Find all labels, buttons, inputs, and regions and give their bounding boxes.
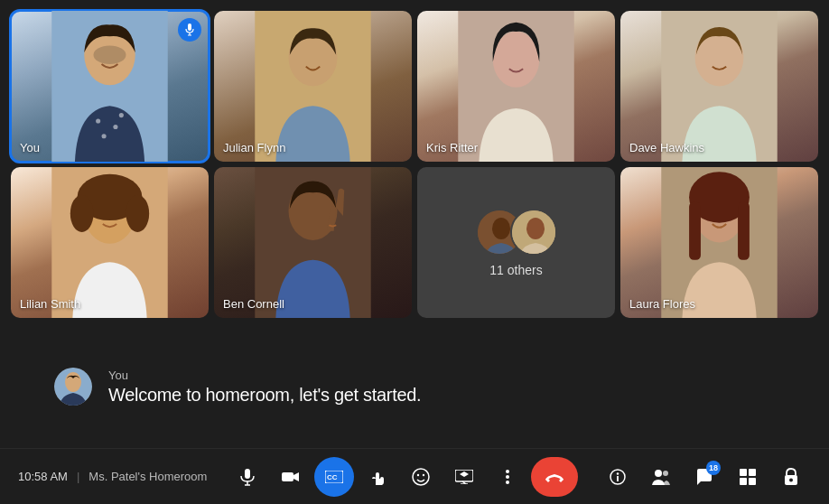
svg-point-52	[655, 470, 662, 477]
svg-point-26	[526, 218, 545, 239]
svg-point-50	[617, 472, 619, 474]
tile-label: Dave Hawkins	[629, 141, 704, 154]
tile-you[interactable]: You	[11, 11, 209, 162]
svg-rect-34	[245, 469, 250, 479]
svg-point-5	[102, 134, 107, 138]
svg-point-59	[789, 478, 793, 481]
svg-point-33	[65, 372, 81, 392]
mic-indicator	[178, 18, 201, 42]
tile-label: Ben Cornell	[223, 297, 284, 311]
tile-laura[interactable]: Laura Flores	[620, 167, 818, 318]
chat-badge: 18	[706, 461, 721, 475]
info-button[interactable]	[598, 457, 638, 497]
person-laura	[620, 167, 818, 318]
bottom-bar: 10:58 AM | Ms. Patel's Homeroom CC	[0, 448, 829, 504]
svg-point-40	[413, 469, 429, 485]
present-button[interactable]	[444, 457, 484, 497]
svg-point-48	[506, 481, 509, 484]
tile-dave[interactable]: Dave Hawkins	[620, 11, 818, 162]
raise-hand-button[interactable]	[358, 457, 397, 497]
svg-point-4	[113, 125, 117, 129]
chat-message: Welcome to homeroom, let's get started.	[108, 385, 421, 406]
divider: |	[77, 470, 79, 483]
svg-rect-37	[282, 472, 293, 481]
lock-button[interactable]	[771, 457, 811, 497]
tile-label: You	[20, 141, 40, 154]
svg-point-41	[417, 473, 419, 475]
person-kris	[417, 11, 615, 162]
chat-content: You Welcome to homeroom, let's get start…	[108, 369, 421, 406]
svg-rect-7	[188, 23, 191, 31]
svg-rect-56	[740, 478, 747, 485]
chat-sender: You	[108, 369, 421, 382]
time-display: 10:58 AM	[18, 470, 68, 483]
svg-point-20	[126, 195, 149, 232]
svg-text:CC: CC	[327, 473, 338, 481]
chat-button[interactable]: 18	[685, 457, 724, 497]
svg-point-42	[423, 473, 424, 475]
svg-rect-54	[740, 469, 747, 476]
tile-lilian[interactable]: Lilian Smith	[11, 167, 209, 318]
svg-rect-55	[749, 469, 756, 476]
mic-button[interactable]	[228, 457, 267, 497]
svg-point-47	[506, 475, 509, 479]
chat-avatar	[54, 368, 92, 406]
camera-button[interactable]	[271, 457, 311, 497]
svg-rect-30	[689, 202, 701, 260]
tile-label: Julian Flynn	[223, 141, 285, 154]
controls: CC	[228, 457, 578, 497]
people-button[interactable]	[641, 457, 681, 497]
others-count: 11 others	[489, 263, 542, 277]
svg-point-2	[94, 46, 126, 65]
meeting-name: Ms. Patel's Homeroom	[88, 470, 207, 483]
svg-rect-57	[749, 478, 756, 485]
tile-others[interactable]: 11 others	[417, 167, 615, 318]
tile-label: Lilian Smith	[20, 297, 80, 311]
svg-point-6	[119, 113, 124, 117]
svg-rect-31	[738, 202, 750, 260]
tile-julian[interactable]: Julian Flynn	[214, 11, 412, 162]
person-lilian	[11, 167, 209, 318]
person-dave	[620, 11, 818, 162]
svg-point-3	[96, 118, 100, 123]
emoji-button[interactable]	[401, 457, 441, 497]
tile-label: Laura Flores	[629, 297, 695, 311]
person-julian	[214, 11, 412, 162]
right-controls: 18	[598, 457, 811, 497]
more-button[interactable]	[488, 457, 527, 497]
meeting-info: 10:58 AM | Ms. Patel's Homeroom	[18, 470, 207, 483]
video-grid: You Julian Flynn Kris Ritter	[0, 0, 829, 325]
tile-kris[interactable]: Kris Ritter	[417, 11, 615, 162]
others-avatars	[476, 209, 557, 256]
svg-point-24	[492, 218, 510, 239]
tile-label: Kris Ritter	[426, 141, 478, 154]
svg-point-46	[506, 470, 509, 473]
tile-ben[interactable]: Ben Cornell	[214, 167, 412, 318]
activities-button[interactable]	[728, 457, 768, 497]
chat-area: You Welcome to homeroom, let's get start…	[0, 325, 829, 448]
svg-point-53	[663, 471, 668, 476]
person-ben	[214, 167, 412, 318]
svg-point-19	[70, 195, 94, 232]
end-call-button[interactable]	[531, 457, 578, 497]
captions-button[interactable]: CC	[314, 457, 354, 497]
